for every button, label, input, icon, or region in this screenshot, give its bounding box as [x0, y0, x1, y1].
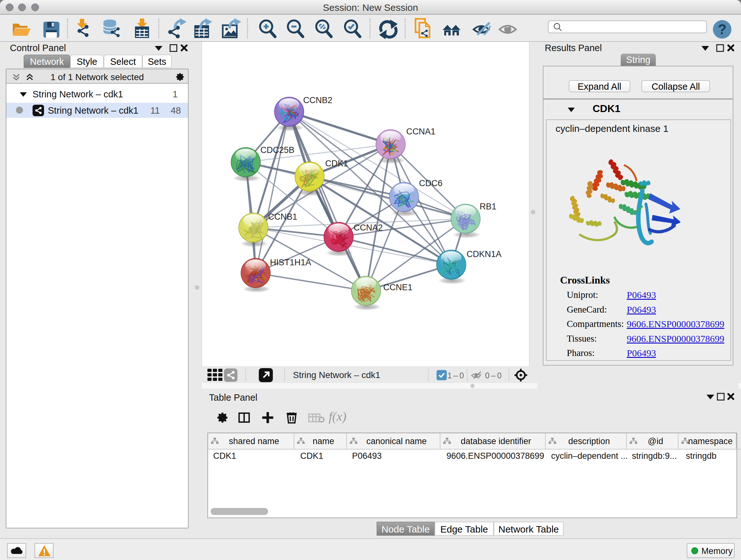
svg-text:CDK1: CDK1: [325, 159, 348, 168]
svg-text:CDKN1A: CDKN1A: [467, 249, 502, 259]
svg-text:?: ?: [718, 21, 727, 37]
svg-text:CCNB2: CCNB2: [303, 96, 333, 105]
svg-text:CDC6: CDC6: [419, 179, 443, 188]
svg-text:HIST1H1A: HIST1H1A: [270, 258, 311, 267]
svg-text:RB1: RB1: [480, 202, 496, 211]
svg-text:CCNA2: CCNA2: [354, 223, 383, 233]
svg-text:CCNE1: CCNE1: [383, 283, 413, 292]
svg-text:CDC25B: CDC25B: [260, 145, 294, 155]
svg-text:CCNA1: CCNA1: [406, 127, 435, 136]
svg-text:CCNB1: CCNB1: [268, 212, 297, 222]
